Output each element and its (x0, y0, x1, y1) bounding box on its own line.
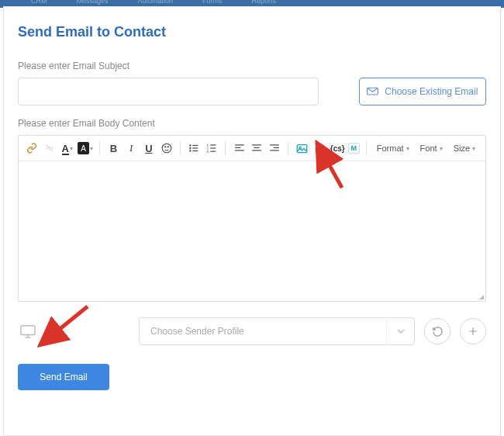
svg-rect-22 (270, 144, 279, 145)
image-icon[interactable] (295, 140, 309, 156)
svg-rect-19 (253, 144, 262, 145)
desktop-preview-button[interactable] (18, 323, 38, 340)
svg-point-8 (189, 150, 191, 151)
align-center-button[interactable] (250, 140, 264, 156)
italic-button[interactable]: I (124, 140, 139, 156)
separator (180, 141, 181, 155)
highlight-color-button[interactable]: A ▾ (78, 140, 93, 156)
rich-text-editor: A ▾ A ▾ B I U 123 (18, 135, 486, 302)
svg-rect-23 (274, 147, 279, 148)
size-dropdown[interactable]: Size▾ (450, 144, 479, 153)
svg-rect-17 (235, 147, 240, 148)
link-icon[interactable] (25, 140, 40, 156)
svg-point-3 (167, 147, 168, 147)
svg-point-2 (164, 147, 165, 147)
font-dropdown[interactable]: Font▾ (416, 144, 447, 153)
svg-rect-18 (235, 150, 244, 151)
chevron-down-icon (386, 317, 414, 345)
svg-rect-16 (235, 144, 244, 145)
body-label: Please enter Email Body Content (18, 118, 486, 129)
format-dropdown[interactable]: Format▾ (373, 144, 413, 153)
emoji-button[interactable] (159, 140, 174, 156)
svg-rect-15 (210, 151, 216, 152)
svg-rect-5 (193, 145, 198, 146)
align-right-button[interactable] (268, 140, 282, 156)
separator (288, 141, 288, 155)
choose-existing-label: Choose Existing Email (385, 86, 478, 97)
sender-placeholder: Choose Sender Profile (150, 326, 244, 337)
choose-existing-email-button[interactable]: Choose Existing Email (359, 78, 486, 106)
separator (99, 141, 100, 155)
svg-point-4 (189, 144, 191, 146)
svg-rect-25 (297, 144, 307, 152)
svg-rect-7 (193, 147, 198, 148)
m-box-button[interactable]: M (348, 143, 360, 154)
separator (225, 141, 226, 155)
subject-label: Please enter Email Subject (18, 61, 486, 71)
underline-button[interactable]: U (142, 140, 157, 156)
number-list-button[interactable]: 123 (205, 140, 219, 156)
email-subject-input[interactable] (18, 78, 319, 106)
editor-footer: Choose Sender Profile (18, 317, 486, 345)
svg-point-6 (189, 147, 191, 149)
svg-point-1 (162, 144, 171, 153)
svg-rect-24 (270, 150, 279, 151)
svg-rect-21 (253, 150, 262, 151)
preview-mode-toggle (18, 323, 63, 340)
bullet-list-button[interactable] (187, 140, 202, 156)
bold-button[interactable]: B (106, 140, 121, 156)
svg-rect-27 (21, 326, 35, 335)
mobile-preview-button[interactable] (43, 323, 63, 340)
resize-handle[interactable] (476, 292, 484, 299)
sender-profile-select[interactable]: Choose Sender Profile (139, 317, 415, 345)
add-button[interactable] (460, 318, 486, 344)
modal-title: Send Email to Contact (18, 24, 486, 40)
separator (366, 141, 367, 155)
send-email-button[interactable]: Send Email (18, 364, 109, 390)
svg-point-29 (52, 335, 54, 337)
send-email-modal: Send Email to Contact Please enter Email… (3, 6, 501, 436)
refresh-icon[interactable] (312, 140, 327, 156)
svg-rect-9 (193, 151, 198, 151)
editor-toolbar: A ▾ A ▾ B I U 123 (19, 136, 485, 161)
undo-button[interactable] (424, 318, 450, 344)
chevron-down-icon: ▾ (440, 145, 443, 152)
svg-text:3: 3 (207, 150, 209, 154)
envelope-icon (367, 86, 378, 98)
chevron-down-icon: ▾ (472, 145, 475, 152)
unlink-icon[interactable] (43, 140, 57, 156)
svg-rect-13 (210, 147, 216, 148)
svg-rect-11 (210, 144, 216, 145)
align-left-button[interactable] (232, 140, 247, 156)
merge-tag-button[interactable]: {cs} (330, 140, 345, 156)
email-body-input[interactable] (19, 161, 485, 301)
chevron-down-icon: ▾ (406, 145, 409, 152)
text-color-button[interactable]: A ▾ (60, 140, 74, 156)
svg-rect-20 (254, 147, 260, 148)
